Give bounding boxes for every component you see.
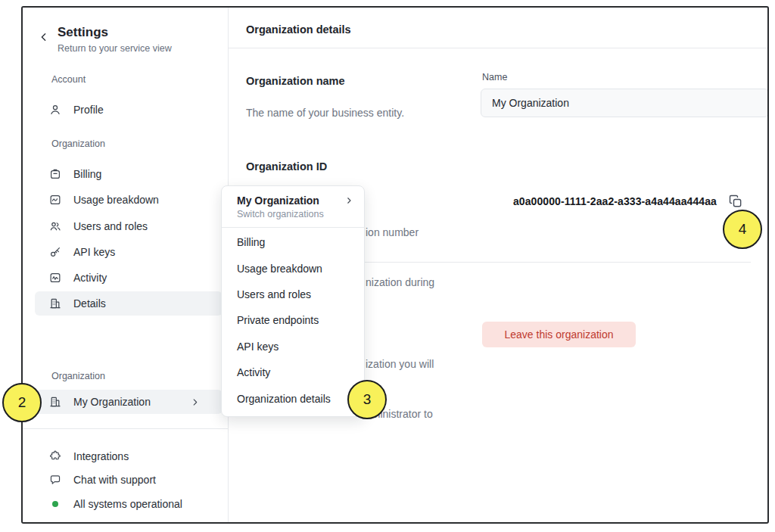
popover-item-private-endpoints[interactable]: Private endpoints [222, 307, 364, 333]
chevron-right-icon [190, 397, 200, 407]
sidebar-subtitle[interactable]: Return to your service view [58, 43, 172, 54]
organization-id-value: a0a00000-1111-2aa2-a333-a4a44aa444aa [513, 195, 717, 207]
puzzle-icon [48, 450, 62, 463]
sidebar-item-label: Users and roles [73, 220, 148, 232]
annotation-step-3: 3 [347, 380, 387, 419]
sidebar-item-usage-breakdown[interactable]: Usage breakdown [35, 188, 223, 212]
sidebar-item-label: Integrations [73, 450, 129, 462]
copy-id-button[interactable] [727, 191, 746, 211]
sidebar: Settings Return to your service view Acc… [23, 8, 229, 522]
popover-item-usage-breakdown[interactable]: Usage breakdown [222, 255, 364, 281]
leave-organization-button[interactable]: Leave this organization [482, 322, 636, 347]
popover-item-api-keys[interactable]: API keys [222, 334, 364, 359]
annotation-step-2: 2 [2, 383, 42, 422]
name-field-label: Name [482, 72, 507, 82]
sidebar-item-label: Profile [73, 104, 104, 116]
activity-icon [48, 271, 62, 285]
status-dot-icon [52, 501, 58, 507]
section-label-organization-switcher: Organization [51, 371, 105, 381]
sidebar-divider [23, 428, 229, 429]
key-icon [48, 245, 62, 259]
copy-icon [728, 194, 745, 209]
chat-bubble-icon [48, 473, 62, 487]
annotation-step-4: 4 [723, 210, 762, 249]
popover-item-activity[interactable]: Activity [222, 359, 364, 385]
org-name-section-description: The name of your business entity. [246, 104, 404, 121]
back-button[interactable] [38, 29, 54, 45]
org-id-section-title: Organization ID [246, 160, 327, 173]
sidebar-item-chat-support[interactable]: Chat with support [35, 468, 223, 491]
popover-menu: Billing Usage breakdown Users and roles … [222, 228, 364, 412]
popover-org-name: My Organization [237, 194, 319, 207]
annotation-number: 2 [18, 394, 26, 411]
users-icon [48, 219, 62, 233]
popover-current-organization[interactable]: My Organization Switch organizations [222, 186, 364, 227]
sidebar-item-profile[interactable]: Profile [35, 98, 223, 122]
organization-switcher-popover: My Organization Switch organizations Bil… [221, 185, 365, 417]
sidebar-item-label: Billing [73, 168, 101, 180]
org-id-description-fragment: ion number nization during [366, 191, 434, 324]
sidebar-item-users-and-roles[interactable]: Users and roles [35, 214, 223, 238]
popover-item-users-and-roles[interactable]: Users and roles [222, 282, 364, 307]
sidebar-item-label: Chat with support [73, 474, 156, 486]
header-divider [229, 48, 767, 48]
usage-chart-icon [48, 193, 62, 207]
settings-window: Settings Return to your service view Acc… [21, 6, 769, 524]
building-icon [48, 395, 62, 409]
building-icon [48, 297, 62, 310]
sidebar-item-details[interactable]: Details [35, 291, 223, 316]
sidebar-item-billing[interactable]: Billing [35, 162, 223, 186]
sidebar-item-my-organization[interactable]: My Organization [35, 390, 223, 414]
sidebar-item-label: My Organization [73, 396, 151, 408]
popover-item-billing[interactable]: Billing [222, 229, 364, 255]
status-label: All systems operational [73, 498, 182, 510]
sidebar-item-integrations[interactable]: Integrations [35, 445, 223, 468]
page-title: Organization details [246, 23, 351, 36]
sidebar-item-system-status[interactable]: All systems operational [35, 493, 223, 515]
annotation-number: 4 [739, 221, 747, 238]
section-label-account: Account [51, 74, 86, 85]
section-label-organization: Organization [51, 138, 105, 149]
sidebar-title: Settings [58, 25, 108, 40]
billing-icon [48, 167, 62, 181]
sidebar-item-label: Details [73, 297, 106, 310]
sidebar-item-api-keys[interactable]: API keys [35, 240, 223, 264]
org-name-section-title: Organization name [246, 75, 345, 87]
chevron-left-icon [38, 31, 54, 43]
organization-name-input[interactable] [481, 89, 769, 117]
popover-org-subtitle: Switch organizations [237, 209, 353, 219]
sidebar-item-activity[interactable]: Activity [35, 266, 223, 290]
chevron-right-icon [344, 196, 353, 205]
popover-item-organization-details[interactable]: Organization details [222, 385, 364, 411]
annotation-number: 3 [363, 391, 372, 408]
sidebar-item-label: Usage breakdown [73, 194, 159, 206]
sidebar-item-label: API keys [73, 246, 115, 258]
sidebar-item-label: Activity [73, 272, 107, 284]
user-icon [48, 103, 62, 117]
